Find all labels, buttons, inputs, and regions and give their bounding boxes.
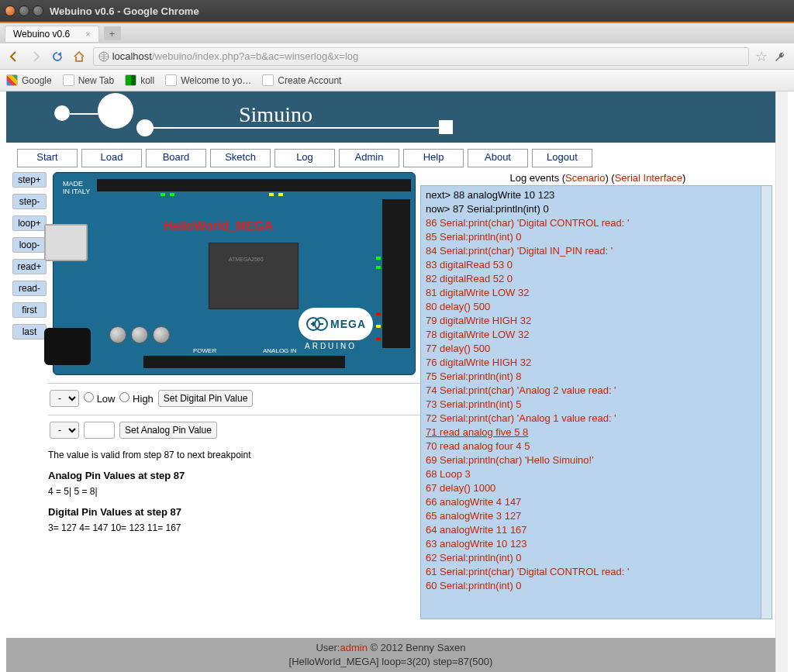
forward-button[interactable] xyxy=(28,49,43,64)
home-button[interactable] xyxy=(71,49,87,64)
nav-log[interactable]: Log xyxy=(274,149,335,167)
nav-logout[interactable]: Logout xyxy=(532,149,592,167)
log-line[interactable]: 64 analogWrite 11 167 xyxy=(426,524,767,536)
btn-last[interactable]: last xyxy=(12,324,47,339)
banner: Simuino xyxy=(6,91,775,143)
log-line[interactable]: 69 Serial:println(char) 'Hello Simuino!' xyxy=(426,454,767,466)
bookmark-newtab[interactable]: New Tab xyxy=(63,74,114,86)
btn-stepminus[interactable]: step- xyxy=(12,194,47,209)
high-radio[interactable]: High xyxy=(119,392,153,405)
log-line[interactable]: 73 Serial:println(int) 5 xyxy=(426,398,767,410)
log-line[interactable]: 62 Serial:println(int) 0 xyxy=(426,552,767,563)
bookmark-createaccount[interactable]: Create Account xyxy=(262,74,341,86)
wrench-icon[interactable] xyxy=(774,50,788,64)
tab-close-icon[interactable]: × xyxy=(85,29,90,39)
nav-about[interactable]: About xyxy=(468,149,528,167)
log-line[interactable]: 66 analogWrite 4 147 xyxy=(426,496,767,508)
capacitors-icon xyxy=(109,326,170,343)
bookmark-welcome[interactable]: Welcome to yo… xyxy=(165,74,251,86)
arduino-board: MADE IN ITALY ATMEGA2560 HelloWorld_MEGA… xyxy=(53,172,416,375)
set-analog-button[interactable]: Set Analog Pin Value xyxy=(119,422,217,439)
log-line[interactable]: 86 Serial:print(char) 'Digital CONTROL r… xyxy=(426,217,767,229)
log-line[interactable]: 68 Loop 3 xyxy=(426,468,767,480)
digital-values-heading: Digital Pin Values at step 87 xyxy=(48,506,420,518)
log-line[interactable]: 65 analogWrite 3 127 xyxy=(426,510,767,522)
log-line[interactable]: 83 digitalRead 53 0 xyxy=(426,259,767,271)
log-line[interactable]: 61 Serial:print(char) 'Digital CONTROL r… xyxy=(426,566,767,577)
new-tab-button[interactable]: + xyxy=(104,26,121,40)
log-line[interactable]: 79 digitalWrite HIGH 32 xyxy=(426,315,767,326)
log-line[interactable]: 71 read analog five 5 8 xyxy=(426,426,767,438)
log-serial-link[interactable]: Serial Interface xyxy=(615,172,682,184)
reload-button[interactable] xyxy=(50,49,65,64)
page-scrollbar[interactable] xyxy=(775,91,788,672)
log-line[interactable]: 82 digitalRead 52 0 xyxy=(426,273,767,284)
footer-status: [HelloWorld_MEGA] loop=3(20) step=87(500… xyxy=(6,655,775,669)
nav-help[interactable]: Help xyxy=(403,149,464,167)
digital-pin-select[interactable]: - xyxy=(50,390,79,407)
window-close-button[interactable] xyxy=(5,5,16,16)
btn-readplus[interactable]: read+ xyxy=(12,259,47,274)
usb-port-icon xyxy=(44,224,88,261)
window-min-button[interactable] xyxy=(19,5,29,16)
log-line[interactable]: next> 88 analogWrite 10 123 xyxy=(426,189,767,201)
log-scenario-link[interactable]: Scenario xyxy=(565,172,605,184)
log-scrollbar[interactable] xyxy=(761,186,772,619)
log-line[interactable]: 78 digitalWrite LOW 32 xyxy=(426,329,767,340)
mcu-chip-icon xyxy=(209,243,299,309)
log-line[interactable]: 67 delay() 1000 xyxy=(426,482,767,494)
nav-start[interactable]: Start xyxy=(17,149,78,167)
btn-loopplus[interactable]: loop+ xyxy=(12,215,47,231)
log-line[interactable]: 75 Serial:println(int) 8 xyxy=(426,370,767,382)
tab-strip: Webuino v0.6 × + xyxy=(0,22,794,43)
analog-pin-select[interactable]: - xyxy=(50,422,79,439)
url-input[interactable]: localhost/webuino/index.php?a=b&ac=winse… xyxy=(93,47,749,66)
globe-icon xyxy=(98,51,109,62)
log-line[interactable]: now> 87 Serial:println(int) 0 xyxy=(426,203,767,215)
nav-admin[interactable]: Admin xyxy=(339,149,399,167)
log-line[interactable]: 63 analogWrite 10 123 xyxy=(426,538,767,550)
log-line[interactable]: 76 digitalWrite HIGH 32 xyxy=(426,357,767,368)
low-radio[interactable]: Low xyxy=(84,392,115,405)
browser-tab[interactable]: Webuino v0.6 × xyxy=(5,26,99,42)
analog-value-input[interactable] xyxy=(84,422,115,439)
log-line[interactable]: 80 delay() 500 xyxy=(426,301,767,312)
btn-loopminus[interactable]: loop- xyxy=(12,237,47,253)
pin-header-right xyxy=(382,199,410,348)
analog-pin-form: - Set Analog Pin Value xyxy=(48,422,420,439)
board-sketch-name: HelloWorld_MEGA xyxy=(164,219,273,233)
mega-badge: MEGA xyxy=(299,308,373,340)
nav-board[interactable]: Board xyxy=(146,149,206,167)
btn-readminus[interactable]: read- xyxy=(12,281,47,296)
pin-header-bottom xyxy=(143,356,345,368)
url-bar: localhost/webuino/index.php?a=b&ac=winse… xyxy=(0,43,794,70)
log-line[interactable]: 74 Serial:print(char) 'Analog 2 value re… xyxy=(426,384,767,396)
log-line[interactable]: 72 Serial:print(char) 'Analog 1 value re… xyxy=(426,412,767,424)
window-max-button[interactable] xyxy=(33,5,43,16)
power-jack-icon xyxy=(44,328,91,365)
log-line[interactable]: 60 Serial:println(int) 0 xyxy=(426,580,767,591)
footer: User:admin © 2012 Benny Saxen [HelloWorl… xyxy=(6,638,775,672)
star-icon[interactable]: ☆ xyxy=(755,48,768,65)
log-line[interactable]: 81 digitalWrite LOW 32 xyxy=(426,287,767,298)
validity-note: The value is valid from step 87 to next … xyxy=(48,450,420,460)
back-button[interactable] xyxy=(6,49,22,64)
set-digital-button[interactable]: Set Digital Pin Value xyxy=(158,390,254,407)
btn-stepplus[interactable]: step+ xyxy=(12,172,47,188)
btn-first[interactable]: first xyxy=(12,302,47,318)
bookmarks-bar: Google New Tab koll Welcome to yo… Creat… xyxy=(0,70,794,91)
log-line[interactable]: 84 Serial:print(char) 'Digital IN_PIN re… xyxy=(426,245,767,257)
bookmark-koll[interactable]: koll xyxy=(125,74,154,86)
log-line[interactable]: 77 delay() 500 xyxy=(426,343,767,354)
log-panel: next> 88 analogWrite 10 123now> 87 Seria… xyxy=(420,185,772,619)
window-titlebar: Webuino v0.6 - Google Chrome xyxy=(0,0,794,22)
log-line[interactable]: 85 Serial:println(int) 0 xyxy=(426,231,767,243)
url-host: localhost xyxy=(112,50,152,62)
arduino-label: ARDUINO xyxy=(305,342,357,350)
top-nav: StartLoadBoardSketchLogAdminHelpAboutLog… xyxy=(6,149,775,167)
nav-load[interactable]: Load xyxy=(81,149,142,167)
nav-sketch[interactable]: Sketch xyxy=(210,149,271,167)
log-line[interactable]: 70 read analog four 4 5 xyxy=(426,440,767,452)
analog-values-heading: Analog Pin Values at step 87 xyxy=(48,470,420,481)
bookmark-google[interactable]: Google xyxy=(6,74,52,86)
